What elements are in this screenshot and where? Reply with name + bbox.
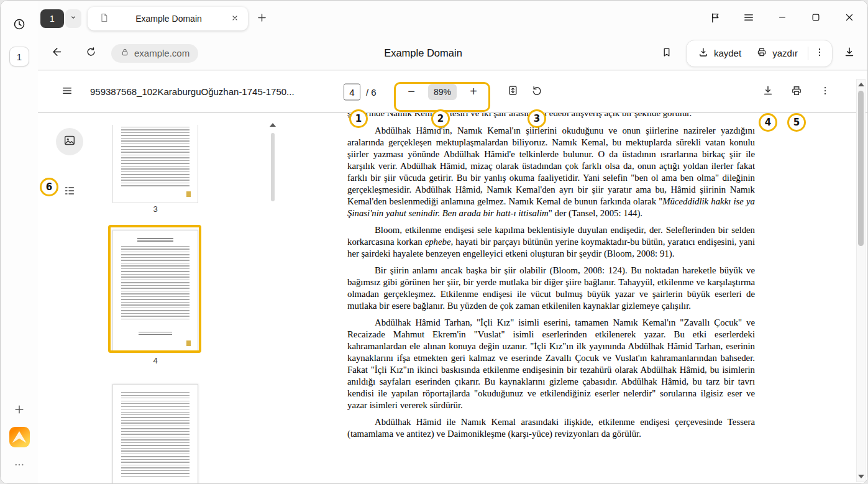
left-rail: 1: [1, 1, 38, 483]
downloads-button[interactable]: [840, 44, 859, 63]
content-scrollbar[interactable]: [856, 79, 866, 482]
printer-icon: [790, 84, 803, 99]
minimize-icon: [777, 12, 788, 25]
document-paragraph: Bir şiirin anlamı ancak başka bir şiir o…: [347, 265, 755, 312]
save-button[interactable]: kaydet: [690, 42, 749, 65]
annotation-box-zoom: [394, 82, 490, 112]
rotate-icon: [531, 84, 543, 99]
download-tray-icon: [843, 46, 856, 61]
print-button[interactable]: yazdır: [749, 42, 805, 65]
rail-more-button[interactable]: [8, 455, 30, 477]
flag-icon: [710, 12, 721, 26]
download-tray-icon: [762, 84, 774, 99]
scrollbar-thumb[interactable]: [858, 91, 864, 246]
pdf-sidebar-toggle-button[interactable]: [57, 81, 78, 103]
fit-page-button[interactable]: [503, 82, 523, 102]
scroll-down-icon[interactable]: [858, 475, 864, 478]
image-icon: [63, 134, 76, 150]
reload-icon: [85, 46, 97, 60]
thumbnails-view-button[interactable]: [56, 128, 83, 155]
pdf-download-button[interactable]: [757, 81, 779, 103]
rotate-button[interactable]: [527, 82, 547, 102]
tab-group-badge[interactable]: 1: [40, 9, 64, 28]
flag-button[interactable]: [706, 9, 724, 28]
clock-icon: [12, 17, 26, 34]
print-button-label: yazdır: [772, 48, 798, 58]
tab-close-button[interactable]: [228, 12, 242, 25]
kebab-menu-icon: [820, 85, 831, 99]
browser-logo: [9, 427, 30, 447]
thumbnails-scrollbar[interactable]: [269, 113, 276, 483]
thumbnail-page-3[interactable]: [112, 125, 198, 203]
tab-example-domain[interactable]: Example Domain: [88, 7, 248, 30]
save-button-label: kaydet: [714, 48, 741, 58]
chevron-down-icon: [68, 12, 78, 25]
download-icon: [698, 47, 709, 60]
list-outline-icon: [63, 184, 76, 200]
minimize-button[interactable]: [773, 9, 792, 28]
back-button[interactable]: [47, 44, 65, 63]
reload-button[interactable]: [81, 44, 100, 63]
app-menu-button[interactable]: [739, 9, 758, 28]
thumbnail-label: 3: [112, 204, 198, 214]
hamburger-menu-icon: [742, 11, 755, 26]
scroll-up-icon[interactable]: [270, 123, 276, 127]
plus-icon: [256, 12, 268, 26]
tab-bar: 1 Example Domain: [38, 1, 867, 37]
page-title: Example Domain: [262, 47, 585, 59]
document-paragraph: Bloom, etkilenme endişesi sele kapılma b…: [347, 224, 755, 260]
page-number-group: 4 / 6: [344, 83, 377, 100]
url-text: example.com: [134, 48, 190, 58]
new-workspace-button[interactable]: [8, 400, 30, 422]
pdf-print-button[interactable]: [786, 81, 807, 103]
tab-group-caret[interactable]: [65, 9, 81, 28]
printer-icon: [756, 47, 767, 60]
kebab-menu-icon: [814, 47, 825, 60]
address-bar[interactable]: example.com: [111, 44, 198, 63]
annotation-marker-2: 2: [431, 109, 450, 128]
bookmark-button[interactable]: [657, 44, 676, 63]
close-window-button[interactable]: [840, 9, 859, 28]
back-arrow-icon: [50, 45, 63, 61]
workspace-button[interactable]: 1: [9, 47, 29, 66]
close-icon: [844, 12, 855, 25]
document-paragraphs: Abdülhak Hâmıd'in, Namık Kemal'ın şiirle…: [347, 125, 755, 440]
pdf-filename: 959387568_102KaraburguOğuzhan-1745-1750.…: [90, 86, 295, 97]
pdf-page-content: şiirlerinde Namık Kemal'in tesiri ve iki…: [276, 113, 867, 483]
pdf-toolbar-right: [757, 81, 836, 103]
annotation-box-thumbnail: [108, 225, 201, 353]
plus-icon: [13, 403, 25, 418]
maximize-button[interactable]: [806, 9, 825, 28]
navigation-bar: example.com Example Domain kaydet: [38, 37, 867, 70]
clipped-text-line: şiirlerinde Namık Kemal'in tesiri ve iki…: [347, 113, 755, 120]
lock-icon: [120, 47, 130, 60]
browser-window: 1 1 Example D: [0, 0, 868, 484]
nav-more-button[interactable]: [811, 42, 828, 65]
page-count: / 6: [366, 86, 377, 97]
new-tab-button[interactable]: [253, 10, 270, 27]
annotation-marker-4: 4: [759, 113, 777, 132]
page-logo-mark: [186, 191, 191, 197]
page-number-input[interactable]: 4: [344, 83, 360, 100]
document-text: şiirlerinde Namık Kemal'in tesiri ve iki…: [347, 113, 755, 440]
scroll-up-icon[interactable]: [858, 83, 864, 86]
history-button[interactable]: [8, 14, 30, 37]
scrollbar-thumb[interactable]: [271, 133, 275, 201]
annotation-marker-5: 5: [787, 113, 806, 132]
tab-title: Example Domain: [109, 14, 228, 24]
thumbnail-page-5[interactable]: [112, 384, 198, 483]
thumbnail-label: 4: [112, 356, 198, 365]
outline-view-button[interactable]: [60, 183, 79, 201]
page-favicon-icon: [99, 12, 109, 25]
annotation-marker-3: 3: [528, 109, 546, 128]
maximize-icon: [810, 12, 821, 25]
ellipsis-icon: [14, 459, 25, 473]
pdf-more-button[interactable]: [815, 81, 836, 103]
annotation-marker-6: 6: [40, 178, 58, 196]
card-divider: [808, 47, 808, 60]
pdf-sidebar-views: [38, 113, 101, 483]
page-actions-card: kaydet yazdır: [686, 40, 833, 67]
hamburger-menu-icon: [61, 84, 73, 99]
document-paragraph: Abdülhak Hâmid Tarhan, "İçli Kız" isimli…: [347, 317, 755, 411]
document-paragraph: Abdülhak Hâmıd'in, Namık Kemal'ın şiirle…: [347, 125, 755, 219]
